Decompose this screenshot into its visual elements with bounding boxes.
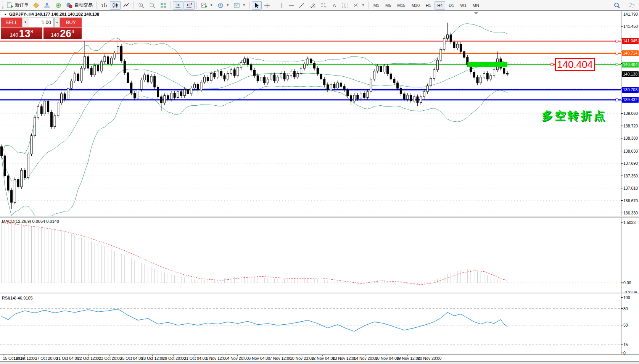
volume-increase-button[interactable]: ▲ [54,18,60,27]
autotrading-label: 自动交易 [74,2,93,8]
svg-text:141.450: 141.450 [623,24,638,29]
timeframe-button-d1[interactable]: D1 [446,1,457,10]
price-tag: 139.432 [622,97,639,103]
channel-button[interactable]: E [307,1,318,10]
horizontal-line-button[interactable] [287,1,296,10]
trendline-button[interactable] [297,1,307,10]
person-icon [44,2,51,8]
zoom-in-icon [138,2,145,8]
timeframe-button-w1[interactable]: W1 [457,1,469,10]
divider [97,2,97,9]
svg-text:MACD(12,26,9) 0.0054 0.0140: MACD(12,26,9) 0.0054 0.0140 [2,219,59,224]
timeframe-button-h4[interactable]: H4 [435,1,445,10]
price-tag: 139.708 [622,87,639,93]
line-chart-icon [123,2,130,8]
new-order-icon [6,2,13,8]
template-icon [233,2,240,8]
chat-button[interactable] [625,1,637,10]
sell-button[interactable]: SELL [1,18,22,27]
text-label-button[interactable]: T [340,1,350,10]
svg-text:1.5033: 1.5033 [623,220,636,225]
buy-button[interactable]: BUY [60,18,82,27]
horizontal-line-icon [288,2,295,8]
tile-windows-button[interactable] [158,1,169,10]
autotrading-button[interactable]: 自动交易 [64,1,95,10]
bottom-strip [0,361,639,364]
time-label: 20 Nov 20:00 [416,356,443,361]
templates-button[interactable]: ▼ [232,1,248,10]
time-axis[interactable]: 15 Oct 201916 Oct 12:0017 Oct 20:0021 Oc… [0,354,639,361]
auto-scroll-button[interactable] [173,1,183,10]
divider [196,2,197,9]
candlestick-chart-button[interactable] [110,1,121,10]
svg-text:136.330: 136.330 [623,211,638,215]
svg-text:-0.2336: -0.2336 [623,290,637,293]
rsi-pane[interactable]: RSI(14) 46.91051008050150 [0,294,639,354]
timeframe-button-m5[interactable]: M5 [383,1,394,10]
new-chart-icon [201,2,208,8]
svg-text:F: F [325,6,326,8]
timeframe-button-h1[interactable]: H1 [423,1,434,10]
crosshair-button[interactable] [262,1,272,10]
fibonacci-button[interactable]: F [318,1,329,10]
equidistant-channel-icon: E [309,2,316,8]
chart-shift-button[interactable] [184,1,195,10]
svg-text:80: 80 [623,306,628,311]
chevron-down-icon: ▼ [226,3,229,7]
vertical-line-icon [278,2,284,8]
timeframe-button-mn[interactable]: MN [470,1,482,10]
text-button[interactable]: A [329,1,339,10]
signals-button[interactable] [53,1,64,10]
sell-price-display[interactable]: 140 13 8 [1,27,42,39]
symbol-ohlc-header[interactable]: ▲ GBPJPY-,H4 140.177 140.201 140.102 140… [4,12,99,16]
svg-text:137.690: 137.690 [623,161,638,166]
diamond-button[interactable] [31,1,42,10]
timeframe-button-m30[interactable]: M30 [409,1,422,10]
price-annotation-box[interactable]: 140.404 [555,58,595,71]
text-icon: A [331,2,337,8]
chevron-down-icon: ▼ [362,3,365,7]
volume-decrease-button[interactable]: ▼ [23,18,28,27]
candlesticks [1,23,509,209]
cursor-button[interactable] [252,1,262,10]
svg-text:50: 50 [623,323,628,327]
new-order-button[interactable]: 新订单 [5,1,31,10]
price-tag: 140.138 [622,71,639,77]
text-label-icon: T [341,2,348,8]
search-button[interactable] [612,1,622,10]
zoom-out-button[interactable] [147,1,158,10]
toolbar-grip[interactable] [2,2,3,9]
macd-pane[interactable]: MACD(12,26,9) 0.0054 0.01401.50330.00-0.… [0,217,639,293]
vertical-line-button[interactable] [276,1,286,10]
buy-price-sup: 4 [71,29,74,34]
new-chart-button[interactable]: ▼ [199,1,215,10]
divider [274,2,274,9]
sell-price-sup: 8 [31,29,33,34]
buy-price-display[interactable]: 140 26 4 [43,27,82,39]
price-tag: 141.045 [622,38,639,44]
timeframe-button-m1[interactable]: M1 [371,1,382,10]
chinese-annotation-text[interactable]: 多空转折点 [542,108,607,124]
bar-chart-button[interactable] [99,1,109,10]
line-chart-button[interactable] [121,1,132,10]
search-icon [613,2,620,9]
timeframe-button-m15[interactable]: M15 [394,1,408,10]
one-click-trading-panel: SELL ▼ ▲ BUY 140 13 8 140 26 4 [1,18,82,39]
periods-button[interactable]: ▼ [215,1,231,10]
svg-text:138.030: 138.030 [623,149,638,153]
price-tag: 140.714 [622,50,639,56]
svg-text:0.00: 0.00 [623,280,631,285]
tile-windows-icon [160,2,167,8]
arrows-icon [352,2,359,8]
toolbar: 新订单 自动交易 [0,0,639,11]
chevron-down-icon: ▼ [243,3,246,7]
divider [249,2,250,9]
arrows-button[interactable]: ▼ [351,1,367,10]
speaker-icon [55,2,62,8]
volume-input[interactable] [29,18,54,27]
symbol-ohlc-text: GBPJPY-,H4 140.177 140.201 140.102 140.1… [9,12,99,16]
auto-scroll-icon [175,2,182,8]
zoom-in-button[interactable] [136,1,146,10]
profiles-button[interactable] [42,1,53,10]
collapse-panel-icon[interactable]: ▲ [4,13,7,16]
